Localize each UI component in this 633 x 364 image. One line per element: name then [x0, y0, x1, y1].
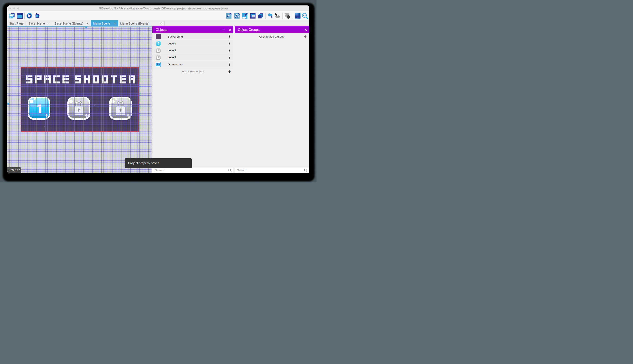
- svg-text:1:1: 1:1: [303, 14, 306, 16]
